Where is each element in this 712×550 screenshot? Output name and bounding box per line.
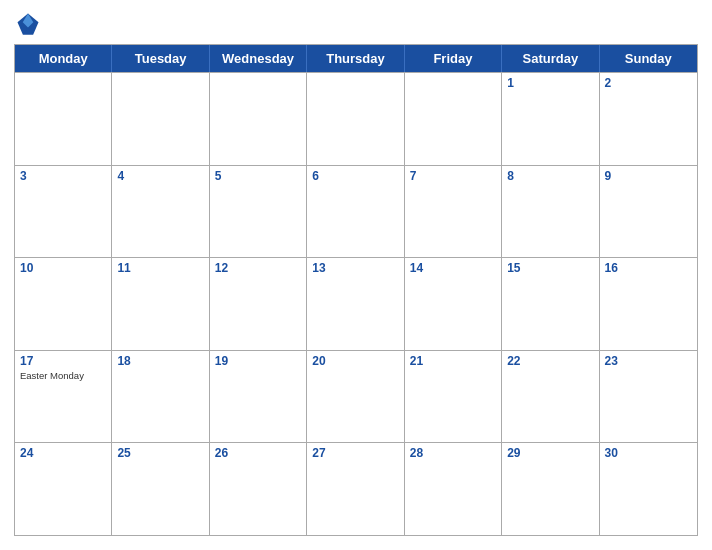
calendar-cell: 24 — [15, 443, 112, 535]
calendar-cell: 30 — [600, 443, 697, 535]
weekday-header: Wednesday — [210, 45, 307, 72]
day-number: 3 — [20, 169, 106, 185]
calendar-cell: 22 — [502, 351, 599, 443]
day-number: 4 — [117, 169, 203, 185]
day-number: 6 — [312, 169, 398, 185]
calendar-week: 12 — [15, 72, 697, 165]
calendar-cell: 14 — [405, 258, 502, 350]
calendar-cell: 7 — [405, 166, 502, 258]
calendar-cell — [210, 73, 307, 165]
day-number: 18 — [117, 354, 203, 370]
day-number: 1 — [507, 76, 593, 92]
calendar-cell — [405, 73, 502, 165]
calendar-cell: 12 — [210, 258, 307, 350]
day-number: 28 — [410, 446, 496, 462]
calendar-cell: 28 — [405, 443, 502, 535]
calendar-cell: 9 — [600, 166, 697, 258]
day-event: Easter Monday — [20, 370, 106, 381]
day-number: 25 — [117, 446, 203, 462]
calendar-cell: 18 — [112, 351, 209, 443]
day-number: 11 — [117, 261, 203, 277]
day-number: 26 — [215, 446, 301, 462]
calendar-cell: 1 — [502, 73, 599, 165]
day-number: 20 — [312, 354, 398, 370]
day-number: 10 — [20, 261, 106, 277]
calendar-cell: 16 — [600, 258, 697, 350]
day-number: 5 — [215, 169, 301, 185]
calendar-cell — [307, 73, 404, 165]
calendar-cell: 15 — [502, 258, 599, 350]
day-number: 22 — [507, 354, 593, 370]
weekday-header: Tuesday — [112, 45, 209, 72]
calendar-cell — [15, 73, 112, 165]
day-number: 14 — [410, 261, 496, 277]
day-number: 16 — [605, 261, 692, 277]
day-number: 21 — [410, 354, 496, 370]
day-number: 12 — [215, 261, 301, 277]
header — [14, 10, 698, 38]
calendar-week: 24252627282930 — [15, 442, 697, 535]
calendar-week: 17Easter Monday181920212223 — [15, 350, 697, 443]
calendar-cell: 6 — [307, 166, 404, 258]
weekday-header: Friday — [405, 45, 502, 72]
calendar-cell: 17Easter Monday — [15, 351, 112, 443]
day-number: 19 — [215, 354, 301, 370]
logo — [14, 10, 46, 38]
weekday-header: Sunday — [600, 45, 697, 72]
calendar-cell: 23 — [600, 351, 697, 443]
day-number: 9 — [605, 169, 692, 185]
calendar-cell: 5 — [210, 166, 307, 258]
calendar-body: 1234567891011121314151617Easter Monday18… — [15, 72, 697, 535]
calendar-cell — [112, 73, 209, 165]
day-number: 24 — [20, 446, 106, 462]
calendar-cell: 29 — [502, 443, 599, 535]
calendar-cell: 2 — [600, 73, 697, 165]
day-number: 23 — [605, 354, 692, 370]
weekday-header: Thursday — [307, 45, 404, 72]
day-number: 30 — [605, 446, 692, 462]
day-number: 7 — [410, 169, 496, 185]
logo-icon — [14, 10, 42, 38]
calendar-cell: 4 — [112, 166, 209, 258]
calendar-header: MondayTuesdayWednesdayThursdayFridaySatu… — [15, 45, 697, 72]
calendar-cell: 10 — [15, 258, 112, 350]
day-number: 8 — [507, 169, 593, 185]
calendar-cell: 20 — [307, 351, 404, 443]
day-number: 15 — [507, 261, 593, 277]
day-number: 29 — [507, 446, 593, 462]
day-number: 2 — [605, 76, 692, 92]
calendar-cell: 25 — [112, 443, 209, 535]
day-number: 13 — [312, 261, 398, 277]
day-number: 27 — [312, 446, 398, 462]
page: MondayTuesdayWednesdayThursdayFridaySatu… — [0, 0, 712, 550]
calendar-cell: 13 — [307, 258, 404, 350]
weekday-header: Saturday — [502, 45, 599, 72]
calendar-cell: 26 — [210, 443, 307, 535]
calendar-cell: 3 — [15, 166, 112, 258]
calendar-cell: 27 — [307, 443, 404, 535]
calendar-week: 3456789 — [15, 165, 697, 258]
calendar-cell: 11 — [112, 258, 209, 350]
calendar-cell: 8 — [502, 166, 599, 258]
calendar-cell: 21 — [405, 351, 502, 443]
day-number: 17 — [20, 354, 106, 370]
weekday-header: Monday — [15, 45, 112, 72]
calendar-cell: 19 — [210, 351, 307, 443]
calendar-week: 10111213141516 — [15, 257, 697, 350]
calendar: MondayTuesdayWednesdayThursdayFridaySatu… — [14, 44, 698, 536]
